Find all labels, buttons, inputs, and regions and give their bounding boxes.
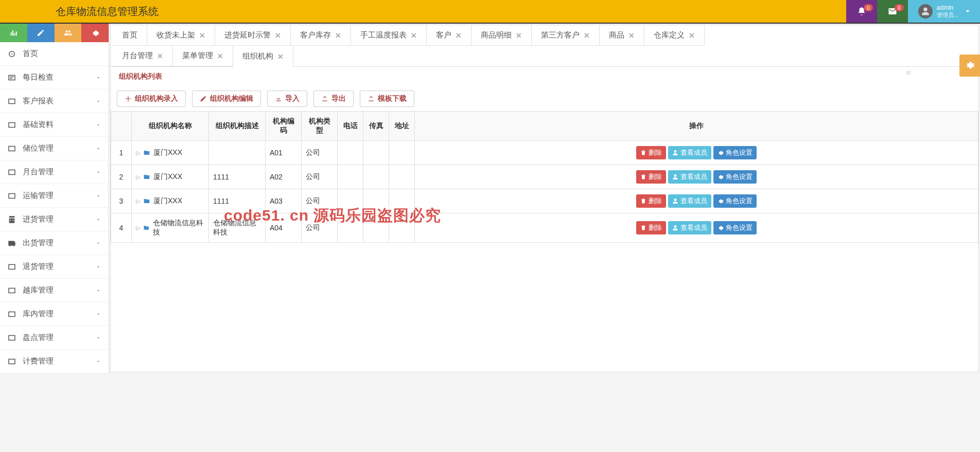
toolbar-edit-button[interactable] (27, 24, 55, 42)
gear-icon (91, 29, 99, 37)
user-icon (672, 225, 678, 231)
chevron-down-icon (95, 169, 101, 175)
tab-菜单管理[interactable]: 菜单管理✕ (173, 46, 233, 66)
org-name-label: 厦门XXX (153, 196, 182, 206)
tab-组织机构[interactable]: 组织机构✕ (233, 46, 293, 67)
tab-label: 商品明细 (481, 30, 512, 40)
tree-expand-icon[interactable]: ▷ (136, 198, 140, 205)
chevron-down-icon (95, 358, 101, 365)
sidebar-item-9[interactable]: 退货管理 (0, 255, 109, 279)
gear-icon (717, 225, 724, 231)
sidebar-item-0[interactable]: 首页 (0, 42, 109, 66)
role-button[interactable]: 角色设置 (713, 221, 757, 234)
tab-商品明细[interactable]: 商品明细✕ (471, 25, 532, 46)
trash-icon (640, 198, 646, 204)
role-button[interactable]: 角色设置 (713, 194, 757, 208)
tab-label: 组织机构 (242, 51, 273, 61)
sidebar-item-label: 出货管理 (23, 238, 89, 248)
export-button[interactable]: 导出 (313, 91, 354, 107)
cell-addr (389, 213, 415, 243)
notifications-button[interactable]: 0 (846, 0, 877, 23)
cell-type: 公司 (302, 141, 338, 165)
sidebar-item-1[interactable]: 每日检查 (0, 66, 109, 89)
sidebar-item-7[interactable]: 进货管理 (0, 208, 109, 231)
members-button[interactable]: 查看成员 (668, 194, 711, 208)
tab-label: 商品 (609, 30, 624, 40)
tab-手工温度报表[interactable]: 手工温度报表✕ (351, 25, 427, 46)
tab-客户[interactable]: 客户✕ (427, 25, 471, 46)
template-button[interactable]: 模板下载 (360, 91, 414, 107)
sidebar-item-10[interactable]: 越库管理 (0, 279, 109, 302)
delete-button[interactable]: 删除 (636, 170, 666, 184)
tab-客户库存[interactable]: 客户库存✕ (291, 25, 351, 46)
toolbar-users-button[interactable] (55, 24, 82, 42)
toolbar-settings-button[interactable] (81, 24, 109, 42)
sidebar: 首页每日检查客户报表基础资料储位管理月台管理运输管理进货管理出货管理退货管理越库… (0, 24, 109, 373)
members-button[interactable]: 查看成员 (668, 221, 711, 234)
tab-首页[interactable]: 首页 (113, 25, 147, 46)
tree-expand-icon[interactable]: ▷ (136, 174, 140, 180)
cell-name[interactable]: ▷厦门XXX (132, 189, 209, 213)
tab-进货延时示警[interactable]: 进货延时示警✕ (215, 25, 291, 46)
tree-expand-icon[interactable]: ▷ (136, 225, 140, 231)
tab-商品[interactable]: 商品✕ (600, 25, 644, 46)
role-button[interactable]: 角色设置 (713, 146, 757, 159)
close-icon[interactable]: ✕ (275, 31, 281, 40)
cell-name[interactable]: ▷厦门XXX (132, 141, 209, 165)
messages-button[interactable]: 0 (877, 0, 908, 23)
user-menu[interactable]: admin 管理员... (908, 0, 980, 23)
members-button[interactable]: 查看成员 (668, 170, 711, 184)
sidebar-item-12[interactable]: 盘点管理 (0, 326, 109, 350)
tab-第三方客户[interactable]: 第三方客户✕ (532, 25, 600, 46)
members-button[interactable]: 查看成员 (668, 146, 711, 159)
col-desc: 组织机构描述 (209, 112, 266, 141)
export-button-label: 导出 (331, 94, 346, 103)
close-icon[interactable]: ✕ (277, 52, 284, 61)
app-title: 仓库物流信息管理系统 (56, 5, 159, 19)
close-icon[interactable]: ✕ (411, 31, 417, 40)
sidebar-item-2[interactable]: 客户报表 (0, 89, 109, 113)
delete-button[interactable]: 删除 (636, 194, 666, 208)
tab-收货未上架[interactable]: 收货未上架✕ (147, 25, 215, 46)
org-name-label: 厦门XXX (153, 172, 182, 182)
tree-expand-icon[interactable]: ▷ (136, 150, 140, 156)
nav-icon (7, 49, 16, 59)
sidebar-item-13[interactable]: 计费管理 (0, 350, 109, 373)
toolbar-stats-button[interactable] (0, 24, 27, 42)
header-right: 0 0 admin 管理员... (846, 0, 980, 23)
close-icon[interactable]: ✕ (516, 31, 522, 40)
sidebar-item-3[interactable]: 基础资料 (0, 113, 109, 137)
sidebar-item-label: 越库管理 (23, 285, 89, 295)
close-icon[interactable]: ✕ (689, 31, 695, 40)
delete-button[interactable]: 删除 (636, 146, 666, 159)
sidebar-item-11[interactable]: 库内管理 (0, 302, 109, 326)
side-settings-button[interactable] (959, 55, 980, 77)
import-button[interactable]: 导入 (267, 91, 307, 107)
panel: 组织机构列表 组织机构录入 组织机构编辑 导入 导出 模板下载 组织机构名称 组… (111, 67, 978, 243)
tab-label: 仓库定义 (654, 30, 685, 40)
sidebar-item-6[interactable]: 运输管理 (0, 184, 109, 208)
sidebar-item-8[interactable]: 出货管理 (0, 231, 109, 255)
close-icon[interactable]: ✕ (628, 31, 635, 40)
close-icon[interactable]: ✕ (335, 31, 341, 40)
content-area: 首页收货未上架✕进货延时示警✕客户库存✕手工温度报表✕客户✕商品明细✕第三方客户… (110, 25, 979, 372)
close-icon[interactable]: ✕ (157, 52, 163, 60)
cell-name[interactable]: ▷仓储物流信息科技 (132, 213, 209, 243)
close-icon[interactable]: ✕ (584, 31, 590, 40)
add-button[interactable]: 组织机构录入 (117, 91, 186, 107)
user-role-label: 管理员... (937, 12, 958, 19)
collapse-handle[interactable]: « (906, 67, 911, 78)
cell-name[interactable]: ▷厦门XXX (132, 165, 209, 189)
sidebar-item-4[interactable]: 储位管理 (0, 137, 109, 160)
edit-button[interactable]: 组织机构编辑 (192, 91, 261, 107)
close-icon[interactable]: ✕ (217, 52, 223, 60)
tab-月台管理[interactable]: 月台管理✕ (113, 46, 173, 66)
trash-icon (640, 150, 646, 156)
close-icon[interactable]: ✕ (199, 31, 205, 40)
nav-icon (7, 262, 16, 272)
role-button[interactable]: 角色设置 (713, 170, 757, 184)
sidebar-item-5[interactable]: 月台管理 (0, 160, 109, 184)
close-icon[interactable]: ✕ (456, 31, 462, 40)
tab-仓库定义[interactable]: 仓库定义✕ (644, 25, 705, 46)
delete-button[interactable]: 删除 (636, 221, 666, 234)
